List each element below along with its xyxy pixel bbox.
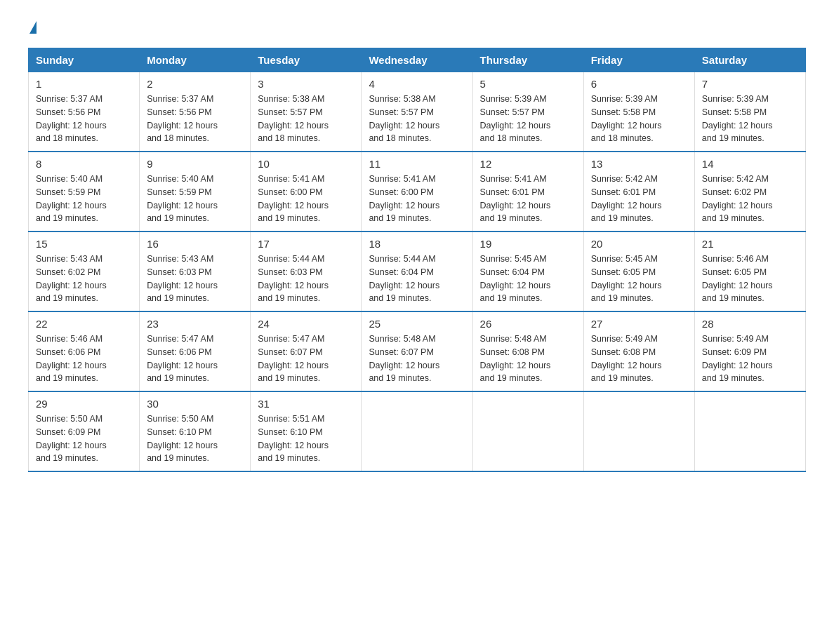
calendar-cell: 27 Sunrise: 5:49 AMSunset: 6:08 PMDaylig… [583,311,694,391]
day-info: Sunrise: 5:41 AMSunset: 6:00 PMDaylight:… [369,173,465,225]
day-info: Sunrise: 5:38 AMSunset: 5:57 PMDaylight:… [369,93,465,145]
calendar-cell: 31 Sunrise: 5:51 AMSunset: 6:10 PMDaylig… [251,391,362,471]
day-info: Sunrise: 5:48 AMSunset: 6:08 PMDaylight:… [480,333,576,385]
calendar-cell: 21 Sunrise: 5:46 AMSunset: 6:05 PMDaylig… [694,232,805,311]
day-number: 6 [591,78,687,90]
day-info: Sunrise: 5:50 AMSunset: 6:09 PMDaylight:… [36,412,132,465]
day-info: Sunrise: 5:37 AMSunset: 5:56 PMDaylight:… [147,93,243,145]
calendar-cell: 28 Sunrise: 5:49 AMSunset: 6:09 PMDaylig… [694,311,805,391]
day-info: Sunrise: 5:45 AMSunset: 6:05 PMDaylight:… [591,253,687,305]
calendar-cell: 1 Sunrise: 5:37 AMSunset: 5:56 PMDayligh… [29,72,140,152]
calendar-cell: 20 Sunrise: 5:45 AMSunset: 6:05 PMDaylig… [583,232,694,311]
day-number: 31 [258,398,354,410]
day-info: Sunrise: 5:49 AMSunset: 6:08 PMDaylight:… [591,333,687,385]
day-number: 22 [36,318,132,330]
header-friday: Friday [583,48,694,72]
day-info: Sunrise: 5:51 AMSunset: 6:10 PMDaylight:… [258,412,354,465]
day-number: 11 [369,158,465,170]
header-wednesday: Wednesday [362,48,472,72]
day-number: 14 [702,158,798,170]
day-info: Sunrise: 5:38 AMSunset: 5:57 PMDaylight:… [258,93,354,145]
day-info: Sunrise: 5:46 AMSunset: 6:05 PMDaylight:… [702,253,798,305]
calendar-cell: 22 Sunrise: 5:46 AMSunset: 6:06 PMDaylig… [29,311,140,391]
week-row-2: 8 Sunrise: 5:40 AMSunset: 5:59 PMDayligh… [29,152,806,232]
day-number: 27 [591,318,687,330]
week-row-1: 1 Sunrise: 5:37 AMSunset: 5:56 PMDayligh… [29,72,806,152]
day-number: 12 [480,158,576,170]
header-tuesday: Tuesday [251,48,362,72]
calendar-cell: 8 Sunrise: 5:40 AMSunset: 5:59 PMDayligh… [29,152,140,232]
calendar-cell [362,391,472,471]
day-number: 19 [480,238,576,250]
calendar-cell: 9 Sunrise: 5:40 AMSunset: 5:59 PMDayligh… [140,152,251,232]
calendar-table: SundayMondayTuesdayWednesdayThursdayFrid… [28,48,806,472]
header-sunday: Sunday [29,48,140,72]
day-info: Sunrise: 5:47 AMSunset: 6:06 PMDaylight:… [147,333,243,385]
page-header [28,21,806,34]
day-info: Sunrise: 5:48 AMSunset: 6:07 PMDaylight:… [369,333,465,385]
day-info: Sunrise: 5:40 AMSunset: 5:59 PMDaylight:… [36,173,132,225]
header-saturday: Saturday [694,48,805,72]
day-info: Sunrise: 5:43 AMSunset: 6:03 PMDaylight:… [147,253,243,305]
day-info: Sunrise: 5:37 AMSunset: 5:56 PMDaylight:… [36,93,132,145]
day-number: 18 [369,238,465,250]
day-info: Sunrise: 5:50 AMSunset: 6:10 PMDaylight:… [147,412,243,465]
day-info: Sunrise: 5:41 AMSunset: 6:00 PMDaylight:… [258,173,354,225]
calendar-cell: 7 Sunrise: 5:39 AMSunset: 5:58 PMDayligh… [694,72,805,152]
day-info: Sunrise: 5:39 AMSunset: 5:58 PMDaylight:… [591,93,687,145]
day-number: 16 [147,238,243,250]
day-number: 9 [147,158,243,170]
day-info: Sunrise: 5:41 AMSunset: 6:01 PMDaylight:… [480,173,576,225]
day-number: 26 [480,318,576,330]
day-info: Sunrise: 5:43 AMSunset: 6:02 PMDaylight:… [36,253,132,305]
day-info: Sunrise: 5:44 AMSunset: 6:03 PMDaylight:… [258,253,354,305]
day-number: 28 [702,318,798,330]
calendar-cell: 24 Sunrise: 5:47 AMSunset: 6:07 PMDaylig… [251,311,362,391]
day-info: Sunrise: 5:45 AMSunset: 6:04 PMDaylight:… [480,253,576,305]
day-number: 29 [36,398,132,410]
day-number: 13 [591,158,687,170]
calendar-cell: 18 Sunrise: 5:44 AMSunset: 6:04 PMDaylig… [362,232,472,311]
calendar-cell: 5 Sunrise: 5:39 AMSunset: 5:57 PMDayligh… [472,72,583,152]
day-number: 5 [480,78,576,90]
day-number: 24 [258,318,354,330]
calendar-cell: 14 Sunrise: 5:42 AMSunset: 6:02 PMDaylig… [694,152,805,232]
calendar-cell: 17 Sunrise: 5:44 AMSunset: 6:03 PMDaylig… [251,232,362,311]
logo [28,21,37,34]
day-number: 20 [591,238,687,250]
day-number: 15 [36,238,132,250]
day-number: 8 [36,158,132,170]
day-info: Sunrise: 5:46 AMSunset: 6:06 PMDaylight:… [36,333,132,385]
calendar-cell: 16 Sunrise: 5:43 AMSunset: 6:03 PMDaylig… [140,232,251,311]
day-number: 4 [369,78,465,90]
day-number: 21 [702,238,798,250]
calendar-cell: 12 Sunrise: 5:41 AMSunset: 6:01 PMDaylig… [472,152,583,232]
week-row-5: 29 Sunrise: 5:50 AMSunset: 6:09 PMDaylig… [29,391,806,471]
calendar-cell: 23 Sunrise: 5:47 AMSunset: 6:06 PMDaylig… [140,311,251,391]
week-row-3: 15 Sunrise: 5:43 AMSunset: 6:02 PMDaylig… [29,232,806,311]
day-number: 30 [147,398,243,410]
calendar-cell: 25 Sunrise: 5:48 AMSunset: 6:07 PMDaylig… [362,311,472,391]
header-thursday: Thursday [472,48,583,72]
day-number: 2 [147,78,243,90]
calendar-cell: 13 Sunrise: 5:42 AMSunset: 6:01 PMDaylig… [583,152,694,232]
calendar-cell: 11 Sunrise: 5:41 AMSunset: 6:00 PMDaylig… [362,152,472,232]
day-info: Sunrise: 5:47 AMSunset: 6:07 PMDaylight:… [258,333,354,385]
day-info: Sunrise: 5:42 AMSunset: 6:02 PMDaylight:… [702,173,798,225]
calendar-cell: 3 Sunrise: 5:38 AMSunset: 5:57 PMDayligh… [251,72,362,152]
calendar-header-row: SundayMondayTuesdayWednesdayThursdayFrid… [29,48,806,72]
day-info: Sunrise: 5:49 AMSunset: 6:09 PMDaylight:… [702,333,798,385]
logo-triangle-icon [29,21,37,34]
day-info: Sunrise: 5:39 AMSunset: 5:58 PMDaylight:… [702,93,798,145]
calendar-cell: 30 Sunrise: 5:50 AMSunset: 6:10 PMDaylig… [140,391,251,471]
calendar-cell: 29 Sunrise: 5:50 AMSunset: 6:09 PMDaylig… [29,391,140,471]
calendar-cell [472,391,583,471]
day-number: 7 [702,78,798,90]
day-number: 23 [147,318,243,330]
calendar-cell: 10 Sunrise: 5:41 AMSunset: 6:00 PMDaylig… [251,152,362,232]
day-number: 3 [258,78,354,90]
day-number: 10 [258,158,354,170]
day-number: 25 [369,318,465,330]
week-row-4: 22 Sunrise: 5:46 AMSunset: 6:06 PMDaylig… [29,311,806,391]
calendar-cell: 4 Sunrise: 5:38 AMSunset: 5:57 PMDayligh… [362,72,472,152]
